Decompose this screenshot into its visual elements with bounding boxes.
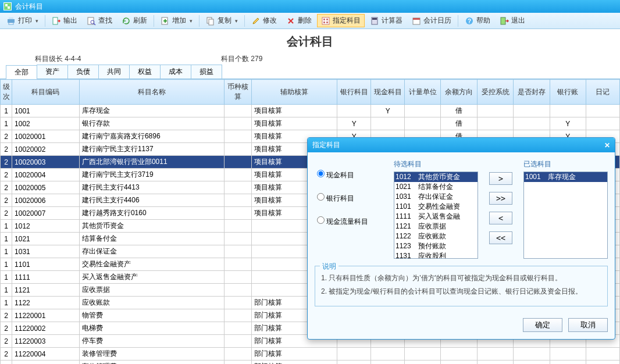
pending-listbox[interactable]: 1012 其他货币资金1021 结算备付金1031 存出保证金1101 交易性金… [394,172,478,259]
table-row[interactable]: 211220005 车位管理费部门核算 [1,361,620,365]
add-button[interactable]: 增加▾ [156,14,197,27]
title-bar: 会计科目 [0,0,620,13]
list-item[interactable]: 1131 应收股利 [394,251,478,259]
tab-2[interactable]: 负债 [67,65,99,78]
category-tabs: 全部资产负债共同权益成本损益 [0,66,620,79]
find-label: 查找 [98,16,112,26]
edit-button[interactable]: 修改 [247,14,281,27]
separator [45,15,45,27]
add-label: 增加 [172,16,186,26]
edit-label: 修改 [263,16,277,26]
col-bankacc[interactable]: 银行账 [550,80,586,105]
separator [199,15,199,27]
svg-rect-10 [322,17,329,24]
tab-0[interactable]: 全部 [6,65,37,79]
svg-text:?: ? [468,18,471,24]
svg-rect-9 [209,19,213,25]
table-row[interactable]: 11002银行存款项目核算Y借Y [1,117,620,130]
col-rest[interactable]: 日记 [586,80,619,105]
description-box: 说明 1. 只有科目性质（余额方向）为'借方'的科目可被指定为现金科目或银行科目… [315,266,608,306]
tab-5[interactable]: 成本 [160,65,191,78]
find-icon [87,16,96,26]
calc-label: 计算器 [382,16,402,26]
col-aux[interactable]: 辅助核算 [252,80,337,105]
assign-subject-button[interactable]: 指定科目 [317,14,365,27]
svg-line-6 [94,23,95,25]
list-item[interactable]: 1122 应收账款 [394,231,478,241]
list-item[interactable]: 1123 预付账款 [394,241,478,251]
cancel-button[interactable]: 取消 [568,318,608,332]
list-item[interactable]: 1001 库存现金 [524,172,607,182]
col-level[interactable]: 级次 [1,80,12,105]
move-left-button[interactable]: < [489,212,512,224]
svg-rect-21 [501,17,505,24]
copy-label: 复制 [218,16,231,26]
help-button[interactable]: ? 帮助 [461,14,494,27]
export-button[interactable]: 输出 [48,14,81,27]
assign-subject-dialog: 指定科目 ✕ 现金科目 银行科目 现金流量科目 待选科目 1012 其他货币资金… [307,137,615,340]
col-bank[interactable]: 银行科目 [337,80,371,105]
list-item[interactable]: 1111 买入返售金融 [394,212,478,222]
tab-3[interactable]: 共同 [98,65,130,78]
svg-rect-12 [326,19,328,20]
list-item[interactable]: 1101 交易性金融资 [394,202,478,212]
radio-cash[interactable]: 现金科目 [317,170,386,180]
col-code[interactable]: 科目编码 [12,80,80,105]
separator [244,15,245,27]
subject-count: 科目个数 279 [221,54,262,64]
help-icon: ? [465,16,474,26]
export-icon [52,16,61,26]
svg-rect-18 [413,18,420,20]
selected-listbox[interactable]: 1001 库存现金 [523,172,608,259]
delete-icon [286,16,295,26]
move-all-left-button[interactable]: << [489,231,512,244]
col-system[interactable]: 受控系统 [477,80,513,105]
list-item[interactable]: 1021 结算备付金 [394,182,478,192]
subject-level-length: 科目级长 4-4-4 [35,54,221,64]
col-direction[interactable]: 余额方向 [441,80,477,105]
print-label: 打印 [18,16,32,26]
copy-button[interactable]: 复制▾ [202,14,242,27]
calculator-button[interactable]: 计算器 [366,14,407,27]
print-button[interactable]: 打印▾ [2,14,42,27]
print-icon [6,16,16,26]
assign-icon [321,16,330,26]
svg-rect-16 [372,18,377,20]
tab-6[interactable]: 损益 [191,65,222,78]
separator [154,15,154,27]
svg-rect-11 [323,19,325,20]
calendar-button[interactable]: 会计日历 [408,14,455,27]
exit-button[interactable]: 退出 [496,14,529,27]
calendar-label: 会计日历 [423,16,451,26]
svg-rect-0 [8,19,15,23]
radio-cashflow[interactable]: 现金流量科目 [317,216,386,227]
table-row[interactable]: 211220004 装修管理费部门核算 [1,348,620,361]
delete-button[interactable]: 删除 [282,14,316,27]
main-toolbar: 打印▾ 输出 查找 刷新 增加▾ 复制▾ 修改 删除 指定科目 计算器 会计 [0,13,620,29]
list-item[interactable]: 1121 应收票据 [394,222,478,231]
col-name[interactable]: 科目名称 [79,80,225,105]
find-button[interactable]: 查找 [83,14,116,27]
tab-4[interactable]: 权益 [129,65,161,78]
tab-1[interactable]: 资产 [37,65,68,78]
list-item[interactable]: 1012 其他货币资金 [394,172,478,182]
svg-rect-14 [326,22,328,23]
add-icon [161,16,170,26]
refresh-button[interactable]: 刷新 [117,14,151,27]
col-unit[interactable]: 计量单位 [405,80,441,105]
col-sealed[interactable]: 是否封存 [514,80,550,105]
move-all-right-button[interactable]: >> [489,192,512,205]
table-row[interactable]: 11001库存现金项目核算Y借 [1,105,620,117]
description-title: 说明 [320,262,338,272]
radio-bank[interactable]: 银行科目 [317,193,386,204]
svg-rect-2 [9,23,13,24]
col-cash[interactable]: 现金科目 [371,80,405,105]
col-currency[interactable]: 币种核算 [225,80,252,105]
dialog-close-button[interactable]: ✕ [604,141,610,149]
list-item[interactable]: 1031 存出保证金 [394,192,478,202]
move-right-button[interactable]: > [489,172,512,185]
page-title: 会计科目 [0,34,620,49]
exit-label: 退出 [511,16,525,26]
description-line-1: 1. 只有科目性质（余额方向）为'借方'的科目可被指定为现金科目或银行科目。 [321,273,601,283]
ok-button[interactable]: 确定 [523,318,562,332]
